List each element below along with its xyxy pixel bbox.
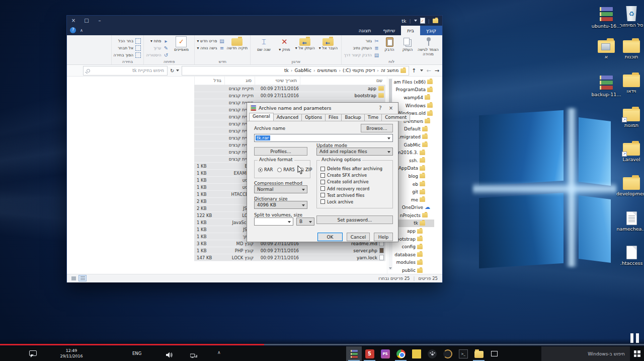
video-progress-bar[interactable] [0,344,644,345]
breadcrumb-item[interactable]: tk [284,68,289,73]
back-icon[interactable]: → [435,67,439,74]
ribbon-button[interactable]: ⇐העתק אל ▾ [294,36,316,51]
tree-item[interactable]: wamp64 [393,94,434,102]
maximize-icon[interactable]: □ [80,16,93,26]
desktop-icon[interactable]: ♻סל המיחזור [617,6,644,28]
customize-toolbar-icon[interactable] [414,20,417,22]
desktop-icon[interactable]: .htaccess [617,246,644,266]
compression-select[interactable]: Normal [254,185,307,193]
recent-locations-icon[interactable] [420,69,423,71]
taskbar-swirl-app-button[interactable] [440,346,455,361]
split-unit-select[interactable]: B [296,218,314,226]
taskbar-winrar-button[interactable] [346,346,362,361]
action-center-icon[interactable] [29,350,37,356]
ribbon-button[interactable]: תיקיה חדשה [226,36,248,51]
cancel-button[interactable]: Cancel [347,233,370,241]
taskbar-paw-app-button[interactable] [424,346,440,361]
dialog-tab-time[interactable]: Time [364,114,382,121]
dialog-tab-comment[interactable]: Comment [381,114,410,121]
tree-item[interactable]: ssh. [393,157,434,165]
file-row[interactable]: yarn.lock27/11/2016 00:09קובץ LOCK147 KB [194,254,385,261]
file-row[interactable]: app27/11/2016 00:09תיקיית קבצים [194,85,385,92]
tree-item[interactable]: ootstrap [393,235,434,243]
breadcrumb[interactable]: מחשב זה‹דיסק מקומי (C:)‹משתמשים‹GabMic‹t… [182,66,409,76]
tree-item[interactable]: GabMic [393,141,434,149]
tree-item[interactable]: ProgramData [393,86,434,94]
volume-icon[interactable] [166,350,173,360]
archive-name-input[interactable]: tk.rar [254,134,393,142]
help-icon[interactable]: ? [70,27,76,33]
chevron-down-icon[interactable] [387,137,390,139]
taskbar-red-5-button[interactable]: 5 [362,346,377,361]
tree-item[interactable]: nProjects [393,211,434,220]
radio-option-rar5[interactable]: RAR5 [277,167,295,172]
checkbox-option[interactable]: Add recovery record [320,186,389,191]
radio-option-rar[interactable]: RAR [258,167,273,172]
refresh-icon[interactable]: ↻ [170,68,174,74]
tree-item[interactable]: public [393,266,434,274]
tree-item[interactable]: blog [393,172,434,180]
taskbar-search[interactable]: חיפוש ב-Windows [541,346,630,361]
tree-item[interactable]: Default [393,125,434,133]
details-view-button[interactable] [78,275,87,281]
start-button[interactable] [630,346,644,361]
column-header-date[interactable]: תאריך שינוי [255,77,300,85]
taskbar-chrome-button[interactable] [393,346,409,361]
tree-item[interactable]: t.migrated [393,133,434,141]
set-password-button[interactable]: Set password... [316,215,393,224]
tree-item[interactable]: config [393,243,434,251]
breadcrumb-item[interactable]: משתמשים [317,68,337,73]
thumbnail-view-button[interactable] [69,275,77,281]
tree-item[interactable]: AppData [393,165,434,173]
column-header-name[interactable]: שם [300,77,385,85]
checkbox-option[interactable]: Create SFX archive [320,173,389,178]
split-size-input[interactable] [254,218,293,226]
tree-item[interactable]: tk [393,220,434,228]
ribbon-button[interactable]: העתק [399,36,416,52]
ribbon-button[interactable]: ⌶שנה שם [253,36,275,52]
tree-item[interactable]: modules [393,259,434,267]
tab-plain[interactable]: שיתוף [377,26,401,35]
ribbon-button[interactable]: בחר הכל [114,38,142,44]
dialog-tab-general[interactable]: General [249,113,274,121]
tree-item[interactable]: me [393,196,434,204]
profiles-button[interactable]: Profiles... [254,147,307,156]
close-icon[interactable]: × [67,16,80,26]
dialog-tab-backup[interactable]: Backup [341,114,364,121]
tree-item[interactable]: database [393,251,434,259]
tree-item[interactable]: ☁OneDrive [393,204,434,212]
address-dropdown-icon[interactable] [176,69,179,71]
tree-item[interactable]: eb [393,180,434,188]
search-box[interactable]: חיפוש בתיקיית tk [83,66,168,76]
ribbon-button[interactable]: הצמד לגישה מהירה [417,36,439,57]
taskbar-terminal-button[interactable]: >_ [455,346,471,361]
update-mode-select[interactable]: Add and replace files [316,148,393,156]
ribbon-button[interactable]: הדבק [381,36,398,52]
breadcrumb-item[interactable]: מחשב זה [381,68,398,73]
pause-icon[interactable] [630,333,639,343]
ribbon-button[interactable]: אל תבחר [114,45,142,51]
desktop-icon[interactable]: development [617,177,644,196]
chevron-up-icon[interactable]: ∧ [217,350,221,355]
ribbon-button[interactable]: הפוך בחירה [114,52,142,58]
tab-plain[interactable]: תצוגה [353,26,377,35]
properties-quick-icon[interactable]: ✓ [420,18,425,24]
checkbox-option[interactable]: Lock archive [320,199,389,204]
ribbon-button[interactable]: ▸פתח ▾ [146,38,169,44]
desktop-icon[interactable]: תוכנות [617,40,644,59]
dictionary-select[interactable]: 4096 KB [254,201,307,209]
ribbon-button[interactable]: ↺היסטוריה [146,52,169,58]
desktop-icon[interactable]: ↗תמונות [617,109,644,128]
browse-button[interactable]: Browse... [361,124,393,132]
taskbar-phpstorm-button[interactable]: PS [377,346,393,361]
ribbon-button[interactable]: ▤פריט חדש ▾ [197,38,225,44]
column-header-type[interactable]: סוג [224,77,255,85]
up-icon[interactable]: ↑ [412,67,416,74]
scrollbar-down-icon[interactable] [389,267,392,269]
network-icon[interactable] [190,350,198,360]
ok-button[interactable]: OK [317,233,343,241]
breadcrumb-item[interactable]: GabMic [294,68,311,73]
help-button[interactable]: Help [374,233,393,241]
tree-item[interactable]: am Files (x86) [393,78,434,86]
tree-item[interactable]: app [393,227,434,235]
